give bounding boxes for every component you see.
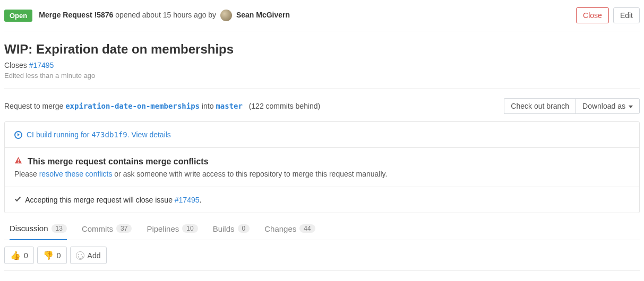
accepting-prefix: Accepting this merge request will close … <box>25 196 175 204</box>
conflicts-please: Please <box>14 170 39 178</box>
author-name[interactable]: Sean McGivern <box>236 11 290 19</box>
conflicts-title: This merge request contains merge confli… <box>28 157 209 166</box>
source-branch[interactable]: expiration-date-on-memberships <box>65 102 200 110</box>
status-badge: Open <box>4 10 32 22</box>
check-icon <box>14 196 21 204</box>
smiley-icon <box>76 251 84 260</box>
thumbs-up-icon: 👍 <box>10 250 21 260</box>
status-box: CI build running for 473db1f9. View deta… <box>4 121 640 213</box>
tab-count: 0 <box>238 224 250 233</box>
closes-line: Closes #17495 <box>4 61 640 69</box>
opened-ago-text: opened about 15 hours ago by <box>115 11 216 19</box>
tab-label: Discussion <box>10 224 48 233</box>
thumbs-up-button[interactable]: 👍 0 <box>4 247 34 264</box>
page-title: WIP: Expiration date on memberships <box>4 42 640 57</box>
svg-rect-1 <box>18 162 19 163</box>
accepting-issue-link[interactable]: #17495 <box>175 196 200 204</box>
reactions-bar: 👍 0 👎 0 Add <box>4 240 640 271</box>
ci-status-section: CI build running for 473db1f9. View deta… <box>5 122 639 147</box>
download-label: Download as <box>582 102 625 110</box>
closes-prefix: Closes <box>4 61 29 69</box>
thumbs-down-button[interactable]: 👎 0 <box>37 247 67 264</box>
merge-text: Request to merge expiration-date-on-memb… <box>4 102 320 110</box>
add-reaction-button[interactable]: Add <box>70 247 107 264</box>
into-text: into <box>202 102 216 110</box>
ci-running-icon <box>14 131 22 139</box>
download-as-button[interactable]: Download as <box>576 98 640 114</box>
tab-builds[interactable]: Builds 0 <box>213 217 250 240</box>
tab-changes[interactable]: Changes 44 <box>264 217 315 240</box>
ci-view-details: . View details <box>127 130 171 139</box>
ci-commit-sha: 473db1f9 <box>91 130 127 139</box>
edit-button[interactable]: Edit <box>613 7 640 23</box>
tabs: Discussion 13 Commits 37 Pipelines 10 Bu… <box>4 217 640 240</box>
accepting-section: Accepting this merge request will close … <box>5 187 639 213</box>
tab-label: Builds <box>213 224 235 233</box>
tab-count: 44 <box>299 224 315 233</box>
tab-label: Commits <box>82 224 113 233</box>
title-block: WIP: Expiration date on memberships Clos… <box>4 31 640 89</box>
close-button[interactable]: Close <box>576 7 609 23</box>
ci-status-link[interactable]: CI build running for 473db1f9. View deta… <box>14 130 630 139</box>
add-reaction-label: Add <box>88 251 101 260</box>
tab-count: 37 <box>116 224 132 233</box>
ci-text-prefix: CI build running for <box>27 130 91 139</box>
edited-text: Edited less than a minute ago <box>4 72 640 80</box>
checkout-branch-button[interactable]: Check out branch <box>504 98 576 114</box>
conflicts-section: This merge request contains merge confli… <box>5 147 639 187</box>
conflicts-or-text: or ask someone with write access to this… <box>112 170 387 178</box>
header-row: Open Merge Request !5876 opened about 15… <box>4 4 640 31</box>
request-prefix: Request to merge <box>4 102 65 110</box>
chevron-down-icon <box>629 106 633 108</box>
commits-behind-text: (122 commits behind) <box>249 102 321 110</box>
thumbs-down-icon: 👎 <box>43 250 54 260</box>
accepting-suffix: . <box>200 196 202 204</box>
header-meta: Merge Request !5876 opened about 15 hour… <box>39 10 290 21</box>
merge-row: Request to merge expiration-date-on-memb… <box>4 89 640 121</box>
tab-commits[interactable]: Commits 37 <box>82 217 132 240</box>
thumbs-down-count: 0 <box>57 251 61 260</box>
tab-label: Changes <box>264 224 296 233</box>
tab-pipelines[interactable]: Pipelines 10 <box>147 217 198 240</box>
svg-rect-0 <box>18 159 19 162</box>
conflicts-text: Please resolve these conflicts or ask so… <box>14 170 630 178</box>
mr-identifier: Merge Request !5876 <box>39 11 113 19</box>
warning-icon <box>14 156 22 166</box>
tab-count: 10 <box>182 224 198 233</box>
closes-issue-link[interactable]: #17495 <box>29 61 54 69</box>
thumbs-up-count: 0 <box>24 251 28 260</box>
tab-discussion[interactable]: Discussion 13 <box>10 217 67 240</box>
avatar <box>220 10 232 21</box>
tab-label: Pipelines <box>147 224 179 233</box>
resolve-conflicts-link[interactable]: resolve these conflicts <box>39 170 113 178</box>
target-branch[interactable]: master <box>216 102 243 110</box>
tab-count: 13 <box>51 224 67 233</box>
